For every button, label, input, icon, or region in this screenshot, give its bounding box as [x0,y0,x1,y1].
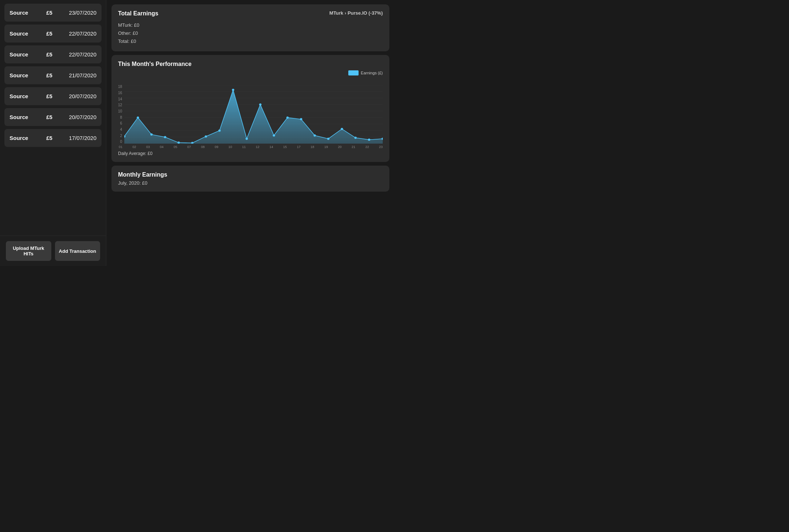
upload-mturk-button[interactable]: Upload MTurk HITs [6,241,51,261]
total-stat: Total: £0 [118,37,383,45]
transaction-item[interactable]: Source £5 23/07/2020 [4,4,102,22]
performance-title: This Month's Performance [118,61,383,67]
transaction-item[interactable]: Source £5 20/07/2020 [4,108,102,126]
y-axis-label: 16 [118,91,122,95]
transaction-item[interactable]: Source £5 22/07/2020 [4,25,102,43]
x-axis-label: 01 [119,145,122,149]
svg-point-22 [300,118,302,121]
y-axis-label: 8 [118,116,122,119]
chart-svg-wrapper [124,85,383,144]
legend-color-box [348,70,359,75]
chart-area: 181614121086420 [118,78,383,144]
transaction-amount: £5 [35,30,63,37]
monthly-earnings-card: Monthly Earnings July, 2020: £0 [111,166,389,192]
y-axis-label: 6 [118,122,122,125]
performance-card: This Month's Performance Earnings (£) 18… [111,55,389,162]
transaction-item[interactable]: Source £5 17/07/2020 [4,129,102,147]
svg-point-17 [232,89,234,91]
x-axis-label: 14 [269,145,273,149]
x-axis-label: 12 [256,145,260,149]
total-earnings-title: Total Earnings [118,10,158,17]
svg-point-15 [205,136,207,138]
transaction-date: 21/07/2020 [63,72,96,78]
y-axis-label: 12 [118,103,122,107]
x-axis-label: 15 [283,145,287,149]
svg-point-25 [341,128,343,130]
svg-point-24 [327,138,329,140]
svg-point-12 [164,136,166,138]
transaction-source: Source [10,51,35,58]
right-panel: Total Earnings MTurk › Purse.IO (-37%) M… [106,0,394,266]
x-axis-label: 23 [379,145,383,149]
transaction-list: Source £5 23/07/2020 Source £5 22/07/202… [0,0,106,236]
svg-point-14 [191,142,193,144]
mturk-stat: MTurk: £0 [118,21,383,29]
transaction-source: Source [10,93,35,99]
transaction-source: Source [10,30,35,37]
x-axis-label: 05 [173,145,177,149]
add-transaction-button[interactable]: Add Transaction [55,241,100,261]
y-axis-label: 14 [118,97,122,101]
x-axis-label: 07 [187,145,191,149]
svg-point-18 [246,138,248,140]
y-axis-label: 0 [118,140,122,144]
svg-point-10 [137,117,139,119]
x-axis-label: 08 [201,145,205,149]
bottom-buttons: Upload MTurk HITs Add Transaction [0,236,106,266]
conversion-info: MTurk › Purse.IO (-37%) [329,10,383,16]
transaction-source: Source [10,114,35,120]
x-axis-label: 03 [146,145,150,149]
svg-point-19 [259,104,261,106]
transaction-date: 20/07/2020 [63,93,96,99]
legend-label: Earnings (£) [361,71,383,75]
y-axis-label: 10 [118,110,122,113]
transaction-date: 23/07/2020 [63,10,96,16]
y-axis-label: 4 [118,128,122,132]
transaction-date: 20/07/2020 [63,114,96,120]
transaction-date: 22/07/2020 [63,51,96,58]
transaction-amount: £5 [35,10,63,16]
y-axis-label: 18 [118,85,122,89]
chart-legend: Earnings (£) [118,70,383,75]
y-axis-label: 2 [118,134,122,138]
transaction-source: Source [10,10,35,16]
chart-svg [124,85,383,144]
transaction-item[interactable]: Source £5 20/07/2020 [4,87,102,105]
svg-point-26 [355,137,357,139]
transaction-source: Source [10,135,35,141]
x-axis-label: 10 [228,145,232,149]
svg-point-21 [286,117,289,119]
svg-point-16 [219,130,221,132]
x-axis: 0102030405070809101112141517181920212223 [118,145,383,149]
total-earnings-card: Total Earnings MTurk › Purse.IO (-37%) M… [111,4,389,51]
svg-point-23 [313,134,316,137]
transaction-item[interactable]: Source £5 22/07/2020 [4,45,102,63]
transaction-source: Source [10,72,35,78]
x-axis-label: 21 [352,145,355,149]
svg-point-20 [273,134,275,137]
transaction-date: 17/07/2020 [63,135,96,141]
svg-point-27 [368,139,370,141]
x-axis-label: 20 [338,145,342,149]
transaction-item[interactable]: Source £5 21/07/2020 [4,66,102,84]
monthly-earnings-title: Monthly Earnings [118,171,383,178]
svg-point-13 [177,142,180,144]
monthly-stat: July, 2020: £0 [118,180,383,186]
x-axis-label: 02 [132,145,136,149]
left-panel: Source £5 23/07/2020 Source £5 22/07/202… [0,0,106,266]
x-axis-label: 17 [297,145,301,149]
chart-container: Earnings (£) 181614121086420 01020304050… [118,70,383,156]
transaction-amount: £5 [35,114,63,120]
x-axis-label: 09 [215,145,219,149]
other-stat: Other: £0 [118,29,383,37]
x-axis-label: 04 [160,145,164,149]
x-axis-label: 19 [324,145,328,149]
x-axis-label: 18 [311,145,314,149]
transaction-amount: £5 [35,93,63,99]
daily-avg: Daily Average: £0 [118,151,383,156]
transaction-amount: £5 [35,135,63,141]
transaction-amount: £5 [35,51,63,58]
transaction-date: 22/07/2020 [63,30,96,37]
transaction-amount: £5 [35,72,63,78]
svg-point-11 [150,133,153,136]
